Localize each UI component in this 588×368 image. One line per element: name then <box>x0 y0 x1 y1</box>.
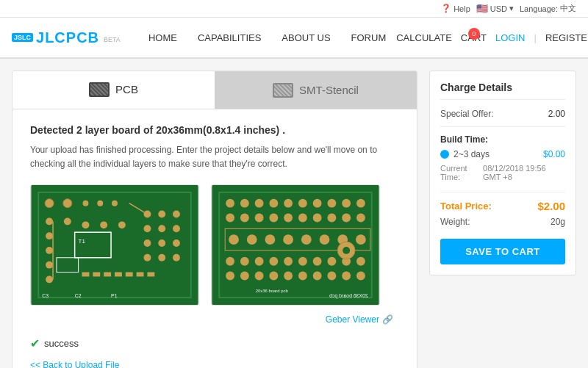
svg-point-29 <box>158 226 165 233</box>
svg-point-35 <box>158 254 165 261</box>
currency-label: USD <box>490 4 507 13</box>
svg-point-78 <box>284 257 293 266</box>
svg-rect-21 <box>115 273 122 277</box>
currency-chevron: ▾ <box>509 4 514 13</box>
charge-details: Charge Details Special Offer: 2.00 Build… <box>429 71 576 275</box>
svg-point-51 <box>313 199 322 208</box>
currency-item[interactable]: 🇺🇸 USD ▾ <box>476 3 514 14</box>
logo-badge: JSLC <box>12 33 33 42</box>
svg-rect-22 <box>126 273 133 277</box>
success-icon: ✔ <box>30 336 40 350</box>
weight-value: 20g <box>551 217 565 227</box>
top-bar: ❓ Help 🇺🇸 USD ▾ Language: 中文 <box>0 0 588 18</box>
svg-point-61 <box>313 214 322 223</box>
content-area: Detected 2 layer board of 20x36mm(0.8x1.… <box>12 109 417 368</box>
navbar: JSLC JLCPCB BETA HOME CAPABILITIES ABOUT… <box>0 18 588 59</box>
svg-point-10 <box>46 261 53 269</box>
svg-point-62 <box>327 214 336 223</box>
svg-point-73 <box>356 235 366 245</box>
svg-point-27 <box>173 211 180 218</box>
total-row: Total Price: $2.00 <box>440 200 565 212</box>
svg-point-50 <box>298 199 307 208</box>
svg-point-69 <box>283 235 293 245</box>
nav-login[interactable]: LOGIN <box>495 32 525 43</box>
svg-point-9 <box>46 247 53 254</box>
svg-point-93 <box>356 272 365 281</box>
svg-text:C2: C2 <box>75 293 82 298</box>
logo-beta: BETA <box>104 36 121 43</box>
svg-point-32 <box>158 239 165 247</box>
svg-text:C3: C3 <box>42 293 49 298</box>
svg-point-79 <box>298 257 307 266</box>
pcb-svg-1: T1 C3 C2 P1 <box>31 185 198 305</box>
svg-point-34 <box>144 254 151 261</box>
special-offer-label: Special Offer: <box>440 109 493 119</box>
nav-register[interactable]: REGISTER <box>545 32 588 43</box>
svg-rect-20 <box>104 273 111 277</box>
svg-point-36 <box>173 254 180 261</box>
logo[interactable]: JSLC JLCPCB BETA <box>12 29 121 46</box>
svg-point-45 <box>226 199 234 208</box>
svg-text:20x36 board pcb: 20x36 board pcb <box>256 289 289 294</box>
svg-point-90 <box>313 272 322 281</box>
svg-point-60 <box>298 214 307 223</box>
nav-about[interactable]: ABOUT US <box>271 17 340 58</box>
svg-point-77 <box>269 257 278 266</box>
weight-label: Weight: <box>440 217 470 227</box>
nav-capabilities[interactable]: CAPABILITIES <box>187 17 271 58</box>
svg-point-6 <box>112 201 118 206</box>
left-panel: PCB SMT-Stencil Detected 2 layer board o… <box>12 71 417 368</box>
gerber-viewer-text: Geber Viewer <box>326 314 379 325</box>
svg-point-13 <box>82 222 90 229</box>
svg-text:20X36 board pcb: 20X36 board pcb <box>329 293 368 299</box>
svg-point-11 <box>46 276 53 284</box>
build-option-label: 2~3 days <box>453 149 490 159</box>
build-time-option[interactable]: 2~3 days $0.00 <box>440 149 565 159</box>
svg-point-8 <box>46 233 53 240</box>
tab-smt[interactable]: SMT-Stencil <box>215 71 417 109</box>
pcb-image-1: T1 C3 C2 P1 <box>30 184 199 306</box>
nav-home[interactable]: HOME <box>138 17 187 58</box>
svg-point-84 <box>226 272 234 281</box>
tab-row: PCB SMT-Stencil <box>12 71 417 109</box>
svg-text:T1: T1 <box>79 238 85 245</box>
special-offer-value: 2.00 <box>548 109 565 119</box>
svg-point-28 <box>144 226 151 233</box>
svg-rect-18 <box>82 273 90 277</box>
svg-point-7 <box>46 218 53 226</box>
svg-point-95 <box>343 247 350 254</box>
save-to-cart-button[interactable]: SAVE TO CART <box>440 239 565 264</box>
nav-forum[interactable]: FORUM <box>341 17 397 58</box>
svg-point-83 <box>356 257 365 266</box>
svg-point-52 <box>327 199 336 208</box>
success-row: ✔ success <box>30 336 399 350</box>
pcb-svg-2: 20X36 board pcb 20x36 board pcb <box>212 185 379 305</box>
pcb-icon <box>89 82 110 97</box>
language-item[interactable]: Language: 中文 <box>520 3 576 14</box>
cart-badge: 0 <box>468 28 480 40</box>
svg-point-76 <box>255 257 264 266</box>
logo-text: JLCPCB <box>36 29 99 46</box>
special-offer-row: Special Offer: 2.00 <box>440 109 565 119</box>
svg-point-57 <box>255 214 264 223</box>
main-content: PCB SMT-Stencil Detected 2 layer board o… <box>0 59 588 368</box>
svg-point-47 <box>255 199 264 208</box>
current-time-row: Current Time: 08/12/2018 19:56 GMT +8 <box>440 164 565 181</box>
pcb-images: T1 C3 C2 P1 <box>30 184 399 306</box>
svg-point-71 <box>320 235 330 245</box>
gerber-viewer-icon: 🔗 <box>382 314 393 325</box>
tab-pcb[interactable]: PCB <box>12 71 215 109</box>
svg-point-5 <box>97 201 103 206</box>
weight-row: Weight: 20g <box>440 217 565 227</box>
svg-rect-19 <box>93 273 100 277</box>
gerber-viewer-link[interactable]: Geber Viewer 🔗 <box>30 314 399 325</box>
nav-right: CALCULATE 0 CART LOGIN | REGISTER <box>396 32 588 43</box>
build-option-price: $0.00 <box>543 149 565 159</box>
nav-calculate[interactable]: CALCULATE <box>396 32 452 43</box>
back-to-upload-link[interactable]: << Back to Upload File <box>30 360 119 368</box>
svg-point-74 <box>226 257 234 266</box>
current-time-value: 08/12/2018 19:56 GMT +8 <box>483 164 565 181</box>
language-value: 中文 <box>560 3 576 14</box>
svg-point-64 <box>356 214 365 223</box>
nav-cart[interactable]: 0 CART <box>461 32 487 43</box>
